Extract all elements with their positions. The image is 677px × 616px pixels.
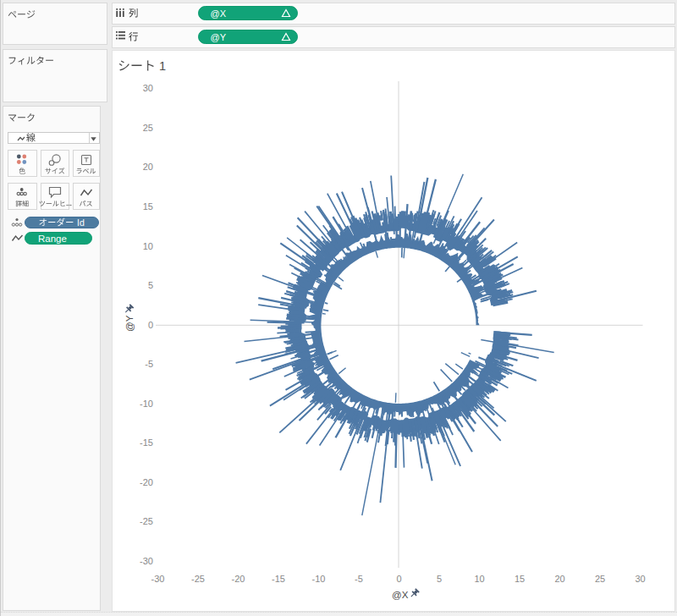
svg-text:30: 30 bbox=[635, 574, 645, 584]
svg-text:-20: -20 bbox=[232, 574, 245, 584]
svg-text:0: 0 bbox=[148, 320, 153, 330]
svg-text:20: 20 bbox=[143, 162, 153, 172]
svg-text:10: 10 bbox=[143, 241, 153, 251]
svg-text:25: 25 bbox=[595, 574, 605, 584]
svg-text:5: 5 bbox=[437, 574, 442, 584]
svg-text:@Y: @Y bbox=[124, 315, 135, 332]
svg-text:-15: -15 bbox=[140, 437, 153, 448]
svg-text:-10: -10 bbox=[140, 399, 153, 409]
svg-text:10: 10 bbox=[474, 574, 484, 584]
svg-text:0: 0 bbox=[396, 574, 401, 584]
svg-text:20: 20 bbox=[554, 574, 564, 584]
svg-text:-5: -5 bbox=[145, 359, 153, 369]
svg-text:25: 25 bbox=[143, 123, 153, 133]
svg-text:-25: -25 bbox=[140, 516, 153, 526]
svg-text:15: 15 bbox=[143, 201, 153, 212]
svg-text:-10: -10 bbox=[312, 574, 326, 584]
svg-text:-5: -5 bbox=[355, 574, 363, 584]
svg-text:5: 5 bbox=[148, 280, 153, 290]
svg-text:-30: -30 bbox=[140, 556, 153, 566]
svg-text:-15: -15 bbox=[272, 574, 285, 584]
svg-text:30: 30 bbox=[143, 83, 153, 93]
svg-text:15: 15 bbox=[515, 574, 525, 584]
svg-text:-20: -20 bbox=[140, 477, 153, 487]
svg-text:@X: @X bbox=[392, 590, 409, 600]
svg-text:-25: -25 bbox=[191, 574, 205, 584]
svg-text:-30: -30 bbox=[151, 574, 165, 584]
